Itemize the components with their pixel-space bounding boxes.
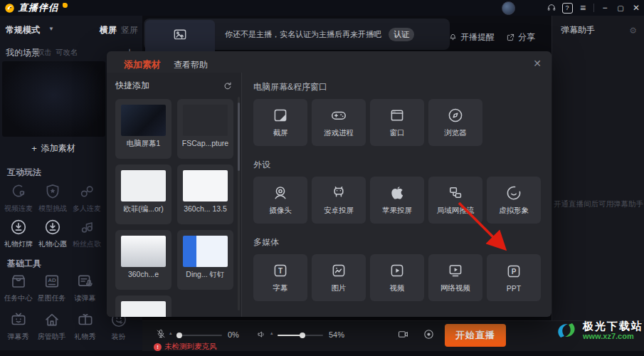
source-android-cast[interactable]: 安卓投屏 <box>312 177 366 224</box>
source-lan-stream[interactable]: 局域网推流 <box>428 177 482 224</box>
verify-message: 你还不是主播，实名认证为主播后再来开播吧 <box>225 29 381 40</box>
video-icon <box>389 262 406 279</box>
thumbnail <box>121 301 166 317</box>
window-icon <box>389 107 406 124</box>
quick-item-oufei[interactable]: 欧菲(编...or) <box>115 164 171 224</box>
refresh-icon[interactable] <box>223 81 233 91</box>
source-camera[interactable]: 摄像头 <box>253 177 307 224</box>
thumbnail <box>121 170 166 201</box>
apple-icon <box>389 184 406 201</box>
titlebar: 直播伴侣 ? ≡ − ▢ ✕ <box>0 0 644 16</box>
tool-moderator-assistant[interactable]: 房管助手 <box>35 310 68 342</box>
microphone-muted-icon[interactable] <box>155 328 167 340</box>
mic-caret-icon[interactable]: ▴ <box>169 330 172 336</box>
close-window-button[interactable]: ✕ <box>628 0 644 16</box>
quick-item-fscapture[interactable]: FSCap...pture <box>177 99 233 159</box>
add-material-button[interactable]: + 添加素材 <box>0 140 107 157</box>
svg-text:P: P <box>512 268 517 276</box>
source-screenshot[interactable]: 截屏 <box>253 99 307 146</box>
mic-volume-slider[interactable] <box>176 335 222 336</box>
feature-multi-link[interactable]: 多人连麦 <box>70 182 104 214</box>
quick-item-360chrome-2[interactable]: 360ch...e <box>115 230 171 290</box>
watermark-site-name: 极光下载站 <box>583 320 643 332</box>
screenshot-icon <box>272 107 289 124</box>
source-image[interactable]: 图片 <box>312 254 366 301</box>
mode-selector[interactable]: 常规模式 <box>6 24 40 36</box>
start-stream-button[interactable]: 开始直播 <box>445 324 506 347</box>
android-icon <box>330 184 347 201</box>
verify-button[interactable]: 认证 <box>389 28 414 41</box>
source-ppt[interactable]: P PPT <box>487 254 541 301</box>
source-game-process[interactable]: 游戏进程 <box>312 99 366 146</box>
source-web-video[interactable]: 网络视频 <box>428 254 482 301</box>
quick-add-title: 快捷添加 <box>115 80 149 92</box>
scene-preview[interactable] <box>2 61 105 137</box>
minimize-button[interactable]: − <box>597 0 613 16</box>
maximize-button[interactable]: ▢ <box>613 0 628 16</box>
source-subtitle[interactable]: T 字幕 <box>253 254 307 301</box>
feature-fan-song[interactable]: 粉丝点歌 <box>70 218 104 249</box>
source-video[interactable]: 视频 <box>370 254 424 301</box>
interactive-section-title: 互动玩法 <box>7 167 41 179</box>
feature-gift-wish[interactable]: 礼物心愿 <box>36 218 70 249</box>
quick-item-clipped[interactable] <box>115 295 171 317</box>
gear-icon[interactable]: ⚙ <box>629 26 637 36</box>
feature-model-challenge[interactable]: 模型挑战 <box>36 182 70 214</box>
tool-read-danmaku[interactable]: 读弹幕 <box>68 272 102 303</box>
speaker-slider-knob[interactable] <box>300 333 305 338</box>
gamepad-icon <box>330 107 347 124</box>
section-title-multimedia: 多媒体 <box>253 236 551 248</box>
tool-xingtu-task[interactable]: AD 星图任务 <box>35 272 68 303</box>
video-camera-icon[interactable] <box>397 328 409 340</box>
tv-face-icon <box>9 310 28 329</box>
tool-danmaku-show[interactable]: 弹幕秀 <box>1 310 35 342</box>
feature-gift-sign[interactable]: 礼物灯牌 <box>1 218 36 249</box>
task-box-icon <box>9 272 28 290</box>
tab-view-help[interactable]: 查看帮助 <box>174 59 208 73</box>
app-title: 直播伴侣 <box>19 1 58 14</box>
source-window[interactable]: 窗口 <box>370 99 424 146</box>
tab-landscape[interactable]: 横屏 <box>100 24 117 36</box>
tab-portrait[interactable]: 竖屏 <box>121 24 138 36</box>
app-logo-icon <box>4 3 15 14</box>
svg-text:AD: AD <box>48 277 56 283</box>
tab-add-material[interactable]: 添加素材 <box>124 58 161 73</box>
close-icon[interactable]: ✕ <box>533 58 542 68</box>
chevron-down-icon[interactable]: ▼ <box>48 26 54 32</box>
quick-item-desktop-screen[interactable]: 电脑屏幕1 <box>115 99 171 159</box>
tv-gift-icon <box>76 310 95 329</box>
scene-hint-doubleclick: 双击 <box>37 48 52 58</box>
share-button[interactable]: 分享 <box>506 31 535 43</box>
stream-reminder-button[interactable]: 开播提醒 <box>448 31 495 43</box>
record-icon[interactable] <box>423 328 435 340</box>
thumbnail <box>183 236 228 267</box>
modal-header: 添加素材 查看帮助 ✕ <box>107 51 551 73</box>
verify-banner: 你还不是主播，实名认证为主播后再来开播吧 认证 <box>144 19 450 50</box>
menu-icon[interactable]: ≡ <box>575 0 591 16</box>
scrollbar[interactable] <box>238 97 240 310</box>
bottom-strip <box>0 350 644 356</box>
plus-icon: + <box>31 143 37 154</box>
speaker-caret-icon[interactable]: ▴ <box>270 330 273 336</box>
quick-item-dingtalk[interactable]: Ding... 钉钉 <box>177 230 233 290</box>
source-browser[interactable]: 浏览器 <box>428 99 482 146</box>
source-virtual-avatar[interactable]: 虚拟形象 <box>487 177 541 224</box>
download-circle-icon <box>9 218 28 236</box>
mic-slider-knob[interactable] <box>176 333 182 338</box>
thumbnail <box>121 105 166 136</box>
feature-video-link[interactable]: 视频连麦 <box>1 182 36 214</box>
speaker-volume-slider[interactable] <box>278 335 323 336</box>
thumbnail <box>121 236 166 267</box>
help-icon[interactable]: ? <box>559 0 575 16</box>
subtitle-icon: T <box>272 262 289 279</box>
tool-gift-show[interactable]: 礼物秀 <box>68 310 102 342</box>
user-avatar[interactable] <box>502 1 515 15</box>
bell-icon <box>448 33 458 42</box>
quick-item-360chrome[interactable]: 360ch... 13.5 <box>177 164 233 224</box>
source-apple-cast[interactable]: 苹果投屏 <box>370 177 424 224</box>
speaker-icon[interactable] <box>256 329 267 340</box>
scrollbar-thumb[interactable] <box>238 103 240 171</box>
tool-task-center[interactable]: 任务中心 <box>1 272 35 303</box>
virtual-avatar-icon <box>505 184 522 201</box>
headset-icon[interactable] <box>544 0 559 16</box>
